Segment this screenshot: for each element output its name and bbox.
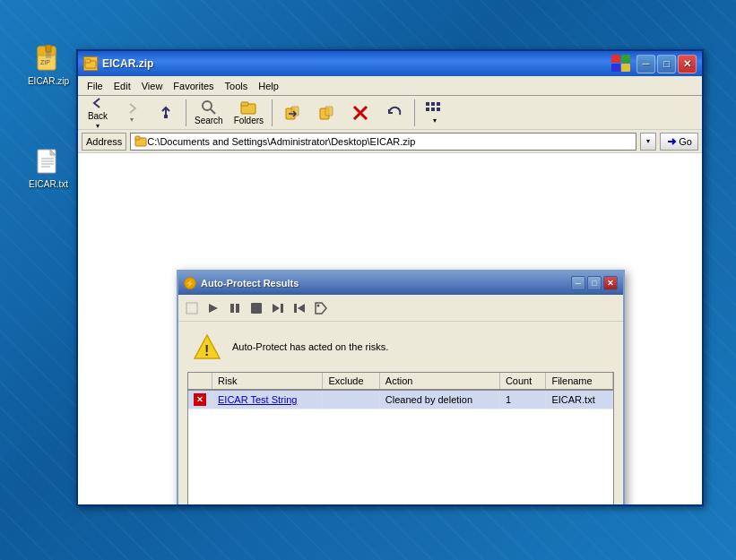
explorer-window: EICAR.zip ─ □ ✕ File Edit View Favorites… — [76, 49, 704, 506]
dlg-pause-btn[interactable] — [225, 298, 245, 318]
search-button[interactable]: Search — [190, 97, 228, 128]
dlg-skip-forward-btn[interactable] — [268, 298, 288, 318]
folders-label: Folders — [234, 116, 264, 125]
search-label: Search — [195, 116, 223, 125]
risk-action-cell: Cleaned by deletion — [379, 390, 499, 409]
address-input[interactable] — [147, 136, 632, 147]
folders-icon — [240, 99, 256, 116]
dlg-skip-back-btn[interactable] — [290, 298, 309, 318]
svg-rect-16 — [85, 59, 91, 63]
menu-file[interactable]: File — [82, 79, 108, 93]
svg-rect-29 — [325, 107, 333, 116]
svg-rect-37 — [437, 108, 440, 111]
risk-count-cell: 1 — [499, 390, 546, 409]
explorer-close-btn[interactable]: ✕ — [678, 55, 697, 73]
forward-button[interactable]: ▾ — [116, 99, 148, 126]
toolbar-separator-2 — [272, 99, 273, 126]
address-bar: Address ▾ Go — [78, 130, 702, 153]
risk-link[interactable]: EICAR Test String — [218, 394, 297, 405]
explorer-menu-bar: File Edit View Favorites Tools Help — [78, 76, 702, 96]
toolbar-separator-1 — [186, 99, 186, 126]
svg-rect-34 — [437, 102, 440, 106]
view-icon — [425, 100, 445, 116]
menu-view[interactable]: View — [136, 79, 169, 93]
dialog-close-btn[interactable]: ✕ — [603, 276, 618, 290]
address-folder-icon — [134, 135, 147, 148]
address-dropdown-btn[interactable]: ▾ — [640, 133, 656, 151]
dlg-stop-btn[interactable] — [182, 298, 202, 318]
zip-file-icon: ZIP — [34, 45, 63, 73]
copy-to-button[interactable] — [310, 102, 342, 124]
svg-rect-40 — [186, 303, 197, 314]
svg-line-23 — [211, 109, 215, 114]
svg-rect-39 — [135, 136, 140, 140]
warning-message-area: ! Auto-Protect has acted on the risks. — [178, 322, 623, 372]
folders-button[interactable]: Folders — [229, 97, 268, 128]
desktop-icon-eicar-zip[interactable]: ZIP EICAR.zip — [20, 45, 77, 87]
results-table-wrap: Risk Exclude Action Count Filename ✕ — [187, 372, 614, 504]
explorer-title-text: EICAR.zip — [102, 57, 611, 70]
forward-icon — [125, 101, 139, 116]
svg-rect-18 — [621, 55, 630, 63]
col-filename: Filename — [546, 373, 613, 390]
copy-icon — [318, 105, 334, 121]
delete-icon — [352, 105, 368, 121]
dlg-tag-btn[interactable] — [311, 298, 331, 318]
back-dropdown-arrow[interactable]: ▾ — [96, 122, 100, 130]
explorer-title-icon — [83, 56, 98, 71]
dialog-title-icon: ⚡ — [184, 277, 196, 289]
undo-button[interactable] — [378, 102, 411, 124]
explorer-toolbar: Back ▾ ▾ Search — [78, 96, 702, 130]
warning-text: Auto-Protect has acted on the risks. — [232, 341, 388, 352]
view-dropdown-arrow[interactable]: ▾ — [433, 116, 437, 125]
tag-icon — [315, 302, 327, 314]
up-icon — [159, 106, 173, 120]
delete-button[interactable] — [344, 102, 377, 124]
address-input-wrap[interactable] — [130, 133, 636, 151]
desktop-icon-eicar-txt[interactable]: EICAR.txt — [20, 148, 77, 190]
svg-rect-42 — [230, 304, 234, 313]
col-action: Action — [379, 373, 499, 390]
menu-tools[interactable]: Tools — [220, 79, 254, 93]
svg-marker-41 — [209, 304, 218, 313]
menu-help[interactable]: Help — [253, 79, 284, 93]
explorer-content: ⚡ Auto-Protect Results ─ □ ✕ — [78, 153, 702, 504]
svg-rect-44 — [251, 303, 262, 314]
explorer-minimize-btn[interactable]: ─ — [636, 55, 655, 73]
col-count: Count — [499, 373, 546, 390]
svg-rect-19 — [611, 64, 620, 72]
explorer-titlebar: EICAR.zip ─ □ ✕ — [78, 51, 702, 76]
svg-rect-25 — [241, 102, 248, 106]
svg-text:ZIP: ZIP — [40, 59, 50, 65]
results-table: Risk Exclude Action Count Filename ✕ — [188, 373, 613, 409]
menu-edit[interactable]: Edit — [108, 79, 136, 93]
svg-rect-46 — [281, 304, 283, 313]
menu-favorites[interactable]: Favorites — [168, 79, 219, 93]
eicar-txt-label: EICAR.txt — [27, 178, 70, 190]
forward-dropdown-arrow[interactable]: ▾ — [130, 116, 134, 124]
explorer-maximize-btn[interactable]: □ — [657, 55, 676, 73]
dialog-minimize-btn[interactable]: ─ — [571, 276, 585, 290]
col-exclude: Exclude — [323, 373, 379, 390]
dialog-restore-btn[interactable]: □ — [587, 276, 602, 290]
search-icon — [201, 99, 217, 116]
svg-point-22 — [203, 101, 212, 110]
go-button[interactable]: Go — [660, 133, 698, 151]
move-icon — [284, 105, 300, 121]
move-to-button[interactable] — [276, 102, 308, 124]
svg-rect-48 — [294, 304, 297, 313]
stop-icon — [186, 302, 198, 314]
svg-rect-35 — [426, 108, 429, 111]
skip-back-icon — [293, 302, 306, 314]
view-button[interactable]: ▾ — [419, 98, 451, 127]
toolbar-separator-3 — [414, 99, 415, 126]
up-button[interactable] — [150, 103, 182, 123]
dlg-halt-btn[interactable] — [247, 298, 266, 318]
table-row[interactable]: ✕ EICAR Test String Cleaned by deletion … — [188, 390, 613, 409]
risk-x-icon: ✕ — [194, 393, 206, 406]
undo-icon — [386, 105, 403, 121]
back-button[interactable]: Back ▾ — [82, 93, 114, 133]
dlg-play-btn[interactable] — [203, 298, 223, 318]
svg-rect-36 — [431, 108, 435, 111]
risk-status-icon-cell: ✕ — [188, 390, 212, 409]
